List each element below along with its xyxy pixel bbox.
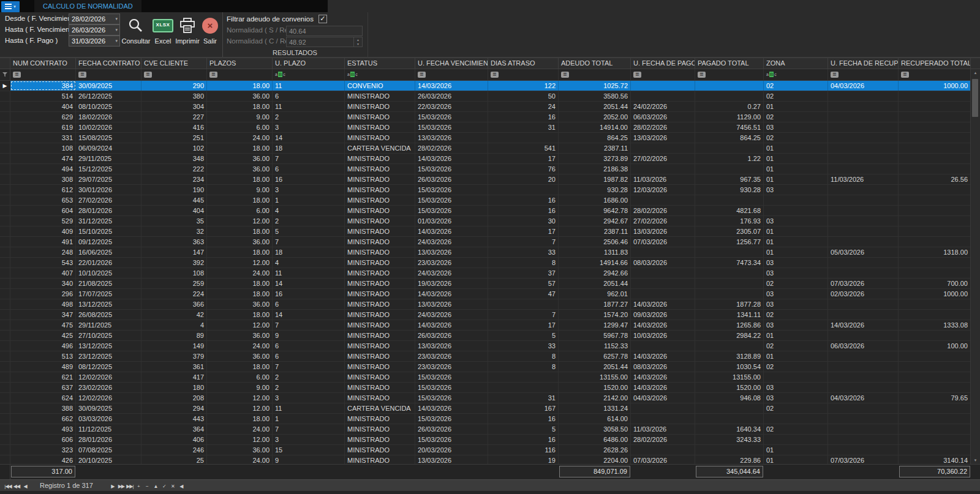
cell[interactable]: 36.00	[207, 164, 273, 174]
cell[interactable]	[631, 143, 695, 153]
cell[interactable]: 03	[764, 299, 828, 309]
cell[interactable]: 406	[141, 435, 207, 444]
cell[interactable]: 1152.33	[559, 341, 631, 351]
column-header-u-fecha-vencimiento[interactable]: U. FECHA VENCIMIENTO	[415, 58, 488, 69]
cell[interactable]: 08/03/2026	[631, 362, 695, 372]
cell[interactable]: 6	[273, 164, 345, 174]
cell[interactable]	[631, 403, 695, 413]
cell[interactable]: 02/03/2026	[828, 289, 899, 299]
cell[interactable]: 01	[764, 143, 828, 153]
filter-cell-u-fecha-de-pago[interactable]: =	[631, 69, 695, 80]
cell[interactable]: MINISTRADO	[345, 414, 415, 424]
cell[interactable]	[695, 195, 764, 205]
cell[interactable]: 541	[488, 143, 559, 153]
cell[interactable]: 100.00	[899, 341, 971, 351]
cell[interactable]	[631, 341, 695, 351]
cell[interactable]: 1000.00	[899, 81, 971, 91]
nav-button-right-2[interactable]: ▶▶|	[126, 484, 134, 489]
filter-cell-u-fecha-de-recuper[interactable]: =	[828, 69, 899, 80]
cell[interactable]	[764, 195, 828, 205]
cell[interactable]	[828, 185, 899, 195]
cell[interactable]	[899, 226, 971, 236]
scroll-up-icon[interactable]: ▲	[971, 71, 980, 75]
filter-cell-dias-atraso[interactable]: =	[488, 69, 559, 80]
cell[interactable]: 3140.14	[899, 455, 971, 464]
cell[interactable]: 21/08/2025	[76, 279, 141, 288]
cell[interactable]: 16	[488, 206, 559, 215]
cell[interactable]: 15	[273, 445, 345, 455]
cell[interactable]: 227	[141, 112, 207, 122]
cell[interactable]: 35	[141, 216, 207, 226]
column-header-u-fecha-de-pago[interactable]: U. FECHA DE PAGO	[631, 58, 695, 69]
table-row[interactable]: 62412/02/202620812.003MINISTRADO15/03/20…	[0, 393, 980, 403]
cell[interactable]: 6.00	[207, 372, 273, 382]
cell[interactable]: 7456.51	[695, 122, 764, 132]
cell[interactable]: 1265.86	[695, 320, 764, 330]
cell[interactable]	[488, 185, 559, 195]
cell[interactable]	[899, 258, 971, 268]
cell[interactable]: 18.00	[207, 279, 273, 288]
cell[interactable]: 03	[764, 185, 828, 195]
cell[interactable]: 28/02/2026	[415, 143, 488, 153]
cell[interactable]: 03	[764, 289, 828, 299]
cell[interactable]: 9.00	[207, 112, 273, 122]
cell[interactable]: 6	[273, 299, 345, 309]
cell[interactable]: 30/09/2025	[76, 81, 141, 91]
cell[interactable]: 9	[273, 331, 345, 340]
cell[interactable]: 01	[764, 247, 828, 257]
nav-button-right-3[interactable]: +	[134, 484, 143, 489]
cell[interactable]: 222	[141, 164, 207, 174]
nav-button-right-7[interactable]: ✕	[168, 484, 177, 489]
row-indicator[interactable]	[0, 247, 10, 257]
cell[interactable]: 02	[764, 362, 828, 372]
cell[interactable]: 1129.00	[695, 112, 764, 122]
cell[interactable]: 6257.78	[559, 351, 631, 361]
cell[interactable]: 12/02/2026	[76, 393, 141, 403]
row-indicator[interactable]	[0, 154, 10, 163]
cell[interactable]: 14/03/2026	[415, 226, 488, 236]
cell[interactable]: 5	[488, 331, 559, 340]
cell[interactable]: 2506.46	[559, 237, 631, 247]
cell[interactable]: 2305.07	[695, 226, 764, 236]
cell[interactable]: 26/03/2026	[415, 331, 488, 340]
row-indicator[interactable]	[0, 143, 10, 153]
row-indicator[interactable]	[0, 445, 10, 455]
cell[interactable]: 629	[10, 112, 76, 122]
cell[interactable]: 13155.00	[559, 372, 631, 382]
row-indicator[interactable]	[0, 268, 10, 278]
cell[interactable]: 17	[488, 320, 559, 330]
cell[interactable]: 3	[273, 435, 345, 444]
table-row[interactable]: 40710/10/202510824.0011MINISTRADO24/03/2…	[0, 268, 980, 279]
cell[interactable]: 23/03/2026	[415, 258, 488, 268]
cell[interactable]: 29/11/2025	[76, 320, 141, 330]
cell[interactable]	[828, 102, 899, 111]
cell[interactable]	[828, 258, 899, 268]
cell[interactable]: 2628.26	[559, 445, 631, 455]
date-field-hasta-f-vencimiento[interactable]: 26/03/2026▾	[69, 24, 120, 36]
cell[interactable]	[695, 403, 764, 413]
scroll-down-icon[interactable]: ▼	[971, 458, 980, 462]
cell[interactable]: 50	[488, 91, 559, 101]
cell[interactable]	[828, 268, 899, 278]
cell[interactable]: MINISTRADO	[345, 455, 415, 464]
cell[interactable]	[899, 362, 971, 372]
cell[interactable]	[899, 164, 971, 174]
cell[interactable]: MINISTRADO	[345, 435, 415, 444]
cell[interactable]: 443	[141, 414, 207, 424]
cell[interactable]: 348	[141, 154, 207, 163]
cell[interactable]: 1.22	[695, 154, 764, 163]
cell[interactable]: 5	[488, 424, 559, 434]
cell[interactable]: 28/02/2026	[631, 206, 695, 215]
cell[interactable]: MINISTRADO	[345, 279, 415, 288]
cell[interactable]: 13155.00	[695, 372, 764, 382]
cell[interactable]	[695, 268, 764, 278]
cell[interactable]: 621	[10, 372, 76, 382]
cell[interactable]: 11/03/2026	[828, 174, 899, 184]
cell[interactable]: 946.08	[695, 393, 764, 403]
table-row[interactable]: 60628/01/202640612.003MINISTRADO15/03/20…	[0, 435, 980, 445]
cell[interactable]: 417	[141, 372, 207, 382]
table-row[interactable]: 60428/01/20264046.004MINISTRADO15/03/202…	[0, 206, 980, 216]
nav-button-right-1[interactable]: ▶▶	[117, 484, 126, 489]
cell[interactable]: 18.00	[207, 362, 273, 372]
cell[interactable]: 03	[764, 383, 828, 392]
